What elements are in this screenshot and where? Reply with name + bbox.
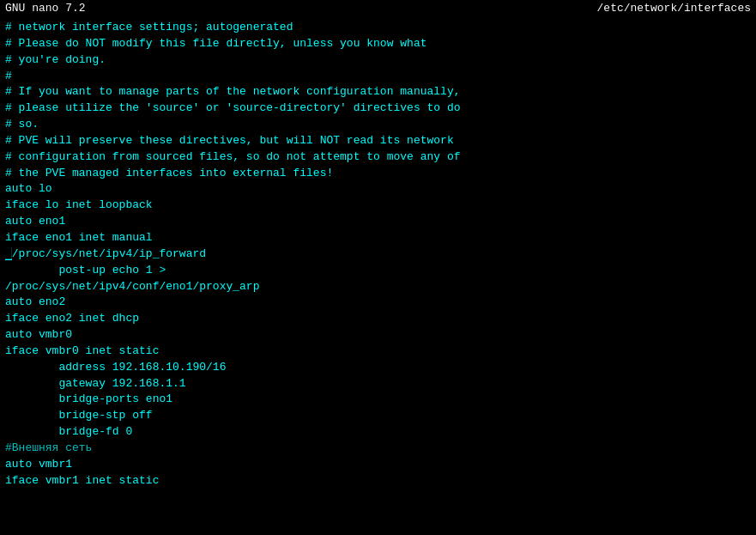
editor-line: # Please do NOT modify this file directl… [5, 36, 751, 52]
terminal: GNU nano 7.2 /etc/network/interfaces # n… [0, 0, 756, 535]
editor-line: # PVE will preserve these directives, bu… [5, 133, 751, 149]
editor-line: iface vmbr0 inet static [5, 343, 751, 360]
editor-line: # [5, 69, 751, 85]
editor-line: █/proc/sys/net/ipv4/ip_forward [5, 246, 751, 263]
editor-line: auto vmbr0 [5, 327, 751, 343]
editor-line: auto vmbr1 [5, 457, 751, 473]
editor-line: gateway 192.168.1.1 [5, 376, 751, 392]
editor-line: # please utilize the 'source' or 'source… [5, 100, 751, 117]
editor-line: /proc/sys/net/ipv4/conf/eno1/proxy_arp [5, 279, 751, 295]
editor-line: iface vmbr1 inet static [5, 473, 751, 489]
file-path: /etc/network/interfaces [597, 2, 751, 15]
editor-line: auto lo [5, 181, 751, 198]
editor-line: bridge-ports eno1 [5, 392, 751, 408]
editor-line: auto eno2 [5, 295, 751, 311]
title-bar: GNU nano 7.2 /etc/network/interfaces [0, 0, 756, 16]
editor-line: post-up echo 1 > [5, 263, 751, 279]
editor-line: #Внешняя сеть [5, 441, 751, 457]
editor-line: address 192.168.10.190/16 [5, 360, 751, 376]
editor-line: # so. [5, 117, 751, 133]
editor-line: # configuration from sourced files, so d… [5, 149, 751, 166]
editor-content[interactable]: # network interface settings; autogenera… [0, 16, 756, 535]
editor-line: auto eno1 [5, 214, 751, 230]
editor-line: iface eno2 inet dhcp [5, 311, 751, 327]
cursor: █ [5, 247, 12, 260]
editor-line: # the PVE managed interfaces into extern… [5, 166, 751, 182]
editor-line: iface eno1 inet manual [5, 230, 751, 246]
editor-line: iface lo inet loopback [5, 198, 751, 214]
editor-line: bridge-fd 0 [5, 424, 751, 441]
editor-line: # you're doing. [5, 52, 751, 69]
app-title: GNU nano 7.2 [5, 2, 86, 15]
editor-line: bridge-stp off [5, 408, 751, 424]
editor-line: # If you want to manage parts of the net… [5, 84, 751, 100]
editor-line: # network interface settings; autogenera… [5, 20, 751, 36]
